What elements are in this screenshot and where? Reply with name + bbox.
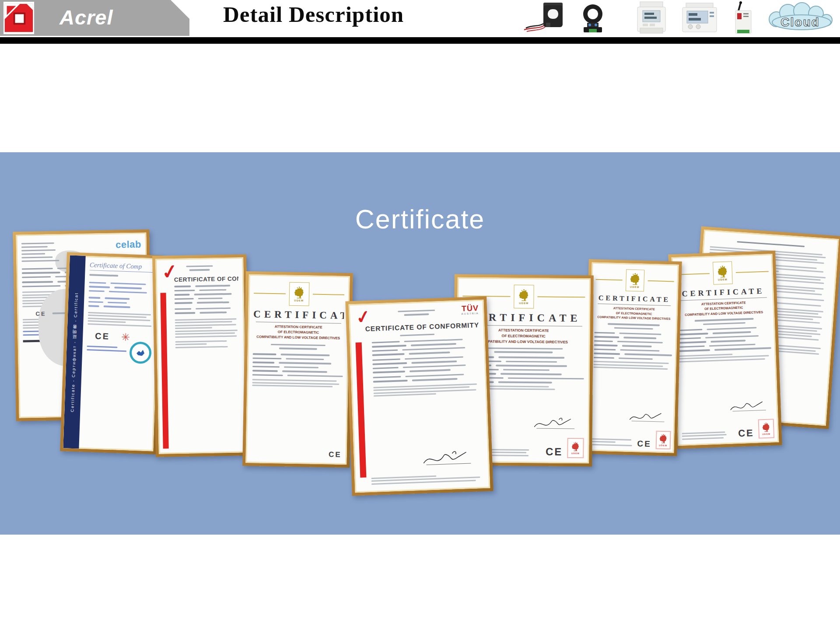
field-value-line [405, 356, 463, 360]
field-label-line [372, 353, 405, 356]
certificate-of-conformity-small: ✓ CERTIFICATE OF CON [152, 254, 250, 457]
field-label-line [372, 362, 407, 365]
udem-logo: UDEM [289, 282, 309, 306]
field-value-line [712, 331, 751, 334]
field-label-line [88, 301, 103, 303]
field-row [679, 331, 771, 336]
field-label-line [372, 349, 398, 352]
certificate-title: CERTIFICATE [677, 286, 770, 298]
red-stripe [160, 293, 168, 448]
field-row [373, 368, 481, 373]
udem-attestation-certificate-1: UDEM CERTIFICATE ATTESTATION CERTIFICATE… [242, 271, 353, 468]
field-label-line [22, 281, 53, 283]
field-row [252, 370, 343, 373]
field-value-line [711, 340, 746, 343]
field-value-line [623, 336, 656, 339]
field-label-line [372, 358, 400, 361]
field-label-line [373, 376, 401, 378]
field-value-line [705, 335, 759, 339]
certificate-title: CERTIFICATE [253, 308, 344, 322]
field-label-line [679, 341, 706, 344]
certification-badge [129, 342, 152, 364]
field-value-line [111, 282, 146, 285]
field-value-line [498, 382, 552, 384]
field-value-line [622, 345, 651, 347]
field-row [89, 290, 154, 294]
field-row [175, 297, 239, 300]
field-row [175, 311, 239, 314]
ce-mark: CE [637, 439, 651, 449]
signature [628, 410, 667, 424]
field-value-line [280, 354, 329, 356]
field-label-line [175, 308, 191, 310]
field-row [253, 353, 343, 356]
field-value-line [411, 343, 456, 346]
field-row [679, 339, 771, 344]
header: Acrel Detail Description [0, 0, 840, 44]
text-line [175, 321, 232, 323]
text-line [21, 253, 45, 255]
field-value-line [194, 293, 231, 295]
text-line [682, 437, 724, 440]
field-row [679, 343, 771, 348]
field-row [88, 297, 134, 300]
field-value-line [714, 347, 771, 351]
udem-emblem-icon [518, 289, 529, 302]
udem-emblem-icon [293, 286, 305, 299]
field-value-line [409, 351, 450, 354]
field-row [679, 335, 771, 340]
ce-mark: CE [738, 427, 754, 439]
udem-logo: UDEM [712, 261, 732, 285]
ce-mark: CE [35, 310, 46, 317]
field-row [679, 347, 771, 352]
field-label-line [252, 357, 281, 360]
field-row [252, 366, 343, 369]
field-row [372, 350, 480, 356]
acrel-logo-icon [4, 2, 34, 34]
field-label-line [22, 272, 60, 274]
text-line [594, 364, 663, 367]
field-label-line [594, 357, 614, 359]
field-row [174, 284, 238, 287]
page-title: Detail Description [223, 2, 404, 27]
field-label-line [372, 345, 406, 347]
field-row [174, 289, 238, 291]
field-value-line [618, 357, 653, 360]
field-label-line [89, 286, 110, 288]
field-row [594, 336, 672, 340]
text-line [175, 340, 227, 342]
tuv-austria-logo: TÜV AUSTRIA [461, 304, 479, 315]
field-label-line [22, 285, 60, 287]
field-value-line [617, 341, 663, 343]
ce-mark: CE [95, 331, 110, 342]
page: Acrel Detail Description [0, 0, 840, 630]
field-label-line [679, 337, 701, 340]
field-label-line [174, 290, 195, 291]
field-label-line [175, 294, 190, 295]
red-checkmark-icon: ✓ [354, 307, 372, 327]
hall-sensor-icon [581, 2, 605, 35]
signature [532, 416, 578, 431]
field-value-line [104, 305, 130, 308]
udem-attestation-certificate-3: UDEM CERTIFICATE ATTESTATION CERTIFICATE… [584, 259, 682, 456]
text-line [682, 434, 727, 437]
field-value-line [286, 358, 324, 360]
text-line [21, 259, 59, 262]
field-label-line [594, 353, 620, 355]
field-value-line [197, 301, 229, 304]
field-row [594, 344, 672, 348]
field-label-line [594, 336, 619, 338]
certificate-of-compliance: Certificate - Сертификат - 証明書 - Certifi… [60, 252, 163, 454]
field-row [594, 353, 672, 356]
text-line [592, 441, 616, 443]
certificate-panel: Certificate celab CE [0, 152, 840, 535]
field-row [252, 357, 343, 360]
text-line [21, 249, 56, 252]
field-label-line [679, 345, 705, 348]
field-label-line [252, 361, 274, 363]
field-value-line [500, 373, 562, 375]
udem-emblem-icon [629, 273, 641, 286]
field-label-line [89, 290, 105, 292]
field-value-line [404, 339, 462, 342]
field-row [175, 293, 239, 295]
